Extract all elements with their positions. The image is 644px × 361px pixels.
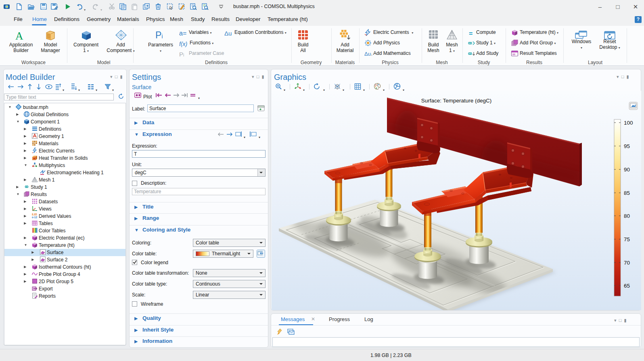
svg-text:+: +	[32, 151, 33, 154]
svg-text:85: 85	[624, 190, 630, 196]
svg-text:75: 75	[624, 236, 630, 242]
svg-text:90: 90	[624, 167, 630, 173]
svg-text:8.85: 8.85	[32, 213, 37, 216]
svg-text:-: -	[36, 151, 37, 154]
svg-text:100: 100	[624, 120, 633, 126]
svg-text:Surface: Temperature (degC): Surface: Temperature (degC)	[421, 98, 492, 104]
svg-text:80: 80	[624, 213, 630, 219]
svg-text:e-12: e-12	[32, 216, 37, 219]
svg-text:70: 70	[624, 260, 630, 266]
svg-text:65: 65	[624, 283, 630, 289]
svg-text:95: 95	[624, 143, 630, 149]
